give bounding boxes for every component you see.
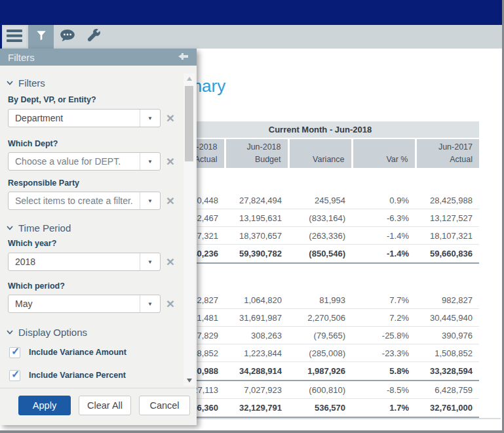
cell-value: 982,827 <box>416 291 479 309</box>
cell-value: (263,336) <box>288 227 352 245</box>
filter-icon <box>35 30 47 44</box>
chevron-down-icon <box>7 330 13 335</box>
apply-button[interactable]: Apply <box>18 396 71 415</box>
clear-filter-icon[interactable] <box>161 152 180 171</box>
cell-value: (285,008) <box>288 344 352 362</box>
cell-value: 13,127,527 <box>416 209 479 227</box>
clear-all-button[interactable]: Clear All <box>79 396 131 415</box>
comments-button[interactable] <box>56 26 79 47</box>
dropdown-row-responsible-party: Select items to create a filter. <box>8 192 190 210</box>
chevron-down-icon[interactable] <box>140 110 160 127</box>
cell-value: 5.8% <box>352 362 416 381</box>
clear-filter-icon[interactable] <box>161 253 180 271</box>
cell-value: 33,328,594 <box>416 362 479 381</box>
clear-filter-icon[interactable] <box>161 295 180 313</box>
which-dept-select[interactable]: Choose a value for DEPT. <box>8 152 161 171</box>
section-label: Time Period <box>18 222 71 234</box>
field-label-responsible-party: Responsible Party <box>8 178 189 188</box>
section-label: Filters <box>18 77 45 89</box>
cell-value: 7.2% <box>352 309 416 327</box>
selected-value: May <box>9 299 140 309</box>
cell-value: -1.4% <box>352 227 416 245</box>
filters-panel: Filters Filters By Dept, VP, or Entity? … <box>0 49 197 425</box>
checkbox-row-variance-percent: Include Variance Percent <box>9 369 197 381</box>
cell-value: (79,565) <box>288 327 352 344</box>
chevron-down-icon[interactable] <box>140 253 160 270</box>
section-header-filters[interactable]: Filters <box>7 77 197 89</box>
variance-percent-checkbox[interactable] <box>9 370 20 381</box>
cell-value: 7,027,923 <box>225 381 288 399</box>
section-header-display-options[interactable]: Display Options <box>7 326 197 338</box>
column-header: Variance <box>288 138 352 168</box>
checkbox-label: Include Variance Amount <box>29 348 126 357</box>
cell-value: 30,445,940 <box>416 309 479 327</box>
clear-filter-icon[interactable] <box>161 109 180 127</box>
toolbar <box>0 25 502 49</box>
cancel-button[interactable]: Cancel <box>139 396 190 415</box>
column-header-line2: Variance <box>313 155 344 164</box>
variance-amount-checkbox[interactable] <box>9 347 20 358</box>
cell-value: 34,288,914 <box>225 362 288 381</box>
cell-value: 1,223,844 <box>225 344 288 362</box>
scrollbar-thumb[interactable] <box>185 86 193 161</box>
cell-value: 18,107,321 <box>416 227 479 245</box>
cell-value: 28,425,988 <box>416 192 479 209</box>
cell-value: -23.3% <box>352 344 416 362</box>
year-select[interactable]: 2018 <box>8 253 161 271</box>
column-header: Var % <box>352 138 416 168</box>
filters-panel-header: Filters <box>0 49 197 66</box>
field-label-which-dept: Which Dept? <box>8 139 189 149</box>
cell-value: (850,546) <box>288 245 352 264</box>
selected-value: Department <box>9 113 140 123</box>
cell-value: -8.5% <box>352 381 416 399</box>
cell-value: 2,270,506 <box>288 309 352 327</box>
cell-value: (600,810) <box>288 381 352 399</box>
filters-panel-body: Filters By Dept, VP, or Entity? Departme… <box>0 66 197 388</box>
cell-value: 1,508,852 <box>416 344 479 362</box>
chevron-down-icon <box>7 81 13 85</box>
chevron-down-icon[interactable] <box>140 153 160 170</box>
next-section-divider <box>197 418 501 419</box>
column-header-line2: Budget <box>255 155 281 164</box>
scroll-down-arrow-icon[interactable] <box>184 375 195 386</box>
cell-value: 1,987,926 <box>288 362 352 381</box>
cell-value: 6,428,759 <box>416 381 479 399</box>
chevron-down-icon <box>7 226 13 230</box>
panel-footer: Apply Clear All Cancel <box>0 388 197 415</box>
chevron-down-icon[interactable] <box>140 295 160 312</box>
menu-icon <box>6 29 23 45</box>
clear-filter-icon[interactable] <box>161 192 180 210</box>
scroll-up-arrow-icon[interactable] <box>184 73 195 84</box>
cell-value: 536,570 <box>288 399 352 418</box>
cell-value: 13,195,631 <box>225 209 288 227</box>
selected-value: Choose a value for DEPT. <box>9 156 140 167</box>
filters-panel-title: Filters <box>8 52 35 63</box>
comments-icon <box>60 29 75 45</box>
section-header-time-period[interactable]: Time Period <box>7 222 197 234</box>
cell-value: 32,129,791 <box>225 399 288 418</box>
settings-wrench-button[interactable] <box>82 26 106 47</box>
menu-button[interactable] <box>3 26 26 47</box>
section-label: Display Options <box>18 327 87 338</box>
dropdown-row-which-dept: Choose a value for DEPT. <box>8 152 190 171</box>
cell-value: -1.4% <box>352 245 416 264</box>
checkbox-label: Include Variance Percent <box>29 371 126 380</box>
column-header-line2: Actual <box>195 155 218 164</box>
wrench-icon <box>87 28 101 45</box>
column-header-line2: Var % <box>386 155 408 164</box>
panel-scrollbar[interactable] <box>184 73 195 386</box>
chevron-down-icon[interactable] <box>140 192 160 209</box>
pushpin-icon[interactable] <box>178 52 189 63</box>
cell-value: 59,390,782 <box>225 245 288 264</box>
by-dept-select[interactable]: Department <box>8 109 161 127</box>
column-header: Jun-2017 Actual <box>416 138 479 168</box>
responsible-party-select[interactable]: Select items to create a filter. <box>8 192 161 210</box>
current-month-band: Current Month - Jun-2018 <box>161 121 479 138</box>
checkbox-row-variance-amount: Include Variance Amount <box>9 346 197 358</box>
cell-value: 390,976 <box>416 327 479 344</box>
filter-tab-button[interactable] <box>28 25 54 49</box>
cell-value: 81,993 <box>288 291 352 309</box>
cell-value: 1,064,820 <box>225 291 288 309</box>
field-label-by-dept: By Dept, VP, or Entity? <box>8 95 189 105</box>
period-select[interactable]: May <box>8 295 161 313</box>
